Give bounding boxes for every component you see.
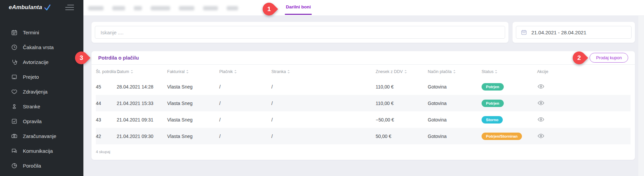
col-st-potrdila[interactable]: Št. potrdila: [96, 65, 117, 78]
col-znesek[interactable]: Znesek z DDV: [376, 65, 428, 78]
view-button[interactable]: [537, 100, 545, 106]
sidebar-item-label: Poročila: [23, 163, 41, 169]
redacted-tabs: [88, 6, 238, 10]
eye-icon: [538, 117, 544, 122]
sidebar-item-komunikacija[interactable]: Komunikacija: [0, 143, 83, 158]
sidebar-item-prejeto[interactable]: Prejeto: [0, 69, 83, 84]
sort-icon: [453, 70, 456, 74]
cell-id: 44: [96, 95, 117, 111]
cell-id: 43: [96, 111, 117, 128]
sidebar-item-avtorizacije[interactable]: Avtorizacije: [0, 55, 83, 69]
date-panel: 21.04.2021 - 28.04.2021: [513, 22, 635, 43]
table-row: 44 21.04.2021 15:33 Vlasta Sneg / / 110,…: [96, 95, 631, 111]
redacted-tab[interactable]: [227, 6, 238, 10]
col-nacin-placila[interactable]: Način plačila: [428, 65, 482, 78]
cell-znesek: 50,00 €: [376, 128, 428, 144]
cell-fakturiral: Vlasta Sneg: [167, 95, 219, 111]
sidebar-nav: Termini Čakalna vrsta Avtorizacije Preje…: [0, 25, 83, 173]
eye-icon: [538, 84, 544, 89]
redacted-tab[interactable]: [88, 6, 104, 10]
cell-stranka: /: [271, 128, 376, 144]
cell-datum: 21.04.2021 09:31: [117, 111, 167, 128]
view-button[interactable]: [537, 116, 545, 122]
cell-stranka: /: [271, 95, 376, 111]
annotation-pin-1: 1: [260, 0, 278, 18]
inbox-icon: [11, 74, 17, 80]
sidebar-item-stranke[interactable]: Stranke: [0, 99, 83, 114]
view-button[interactable]: [537, 133, 545, 139]
panel-title: Potrdila o plačilu: [98, 55, 139, 61]
status-badge: Storno: [482, 116, 503, 124]
cell-stranka: /: [271, 111, 376, 128]
main-area: Darilni boni 21.04.2021 - 28.04.2021 Pot…: [83, 0, 644, 176]
date-range-value: 21.04.2021 - 28.04.2021: [531, 30, 586, 35]
cell-id: 45: [96, 78, 117, 95]
payments-table: Št. potrdila Datum Fakturiral Plačnik St…: [96, 65, 631, 144]
cell-nacin: Gotovina: [428, 78, 482, 95]
table-row: 42 21.04.2021 09:30 Vlasta Sneg / / 50,0…: [96, 128, 631, 144]
cell-stranka: /: [271, 78, 376, 95]
sidebar: eAmbulanta Termini Čakalna vrsta Avtoriz…: [0, 0, 83, 176]
cell-datum: 21.04.2021 09:30: [117, 128, 167, 144]
col-datum[interactable]: Datum: [117, 65, 167, 78]
tab-darilni-boni[interactable]: Darilni boni: [286, 4, 311, 9]
sidebar-item-zaracunavanje[interactable]: Zaračunavanje: [0, 129, 83, 143]
sidebar-item-porocila[interactable]: Poročila: [0, 158, 83, 173]
panel-header: Potrdila o plačilu Prodaj kupon: [91, 51, 635, 65]
search-input[interactable]: [95, 26, 505, 39]
sidebar-item-label: Zdravljenja: [23, 89, 47, 95]
sort-icon: [287, 70, 290, 74]
person-icon: [11, 103, 17, 110]
sidebar-item-opravila[interactable]: Opravila: [0, 114, 83, 129]
cell-nacin: Gotovina: [428, 111, 482, 128]
sidebar-item-termini[interactable]: Termini: [0, 25, 83, 40]
date-range-picker[interactable]: 21.04.2021 - 28.04.2021: [516, 26, 632, 39]
status-badge: Potrjen: [482, 100, 504, 107]
redacted-tab[interactable]: [179, 6, 194, 10]
sort-icon: [404, 70, 407, 74]
cell-fakturiral: Vlasta Sneg: [167, 78, 219, 95]
col-status[interactable]: Status: [482, 65, 537, 78]
cell-znesek: 110,00 €: [376, 78, 428, 95]
col-fakturiral[interactable]: Fakturiral: [167, 65, 219, 78]
sort-icon: [186, 70, 189, 74]
chat-icon: [11, 148, 17, 154]
sidebar-item-zdravljenja[interactable]: Zdravljenja: [0, 84, 83, 99]
sort-icon: [495, 70, 497, 74]
cell-placnik: /: [219, 95, 271, 111]
tab-bar: Darilni boni: [83, 0, 644, 16]
sidebar-item-label: Stranke: [23, 104, 40, 109]
table-row: 43 21.04.2021 09:31 Vlasta Sneg / / −50,…: [96, 111, 631, 128]
cell-datum: 28.04.2021 14:28: [117, 78, 167, 95]
view-button[interactable]: [537, 83, 545, 90]
cell-datum: 21.04.2021 15:33: [117, 95, 167, 111]
active-tab-underline: [285, 14, 312, 15]
redacted-tab[interactable]: [134, 6, 142, 10]
cell-placnik: /: [219, 111, 271, 128]
scrollbar-track[interactable]: [638, 16, 644, 176]
clock-icon: [11, 44, 17, 50]
sell-coupon-button[interactable]: Prodaj kupon: [590, 53, 628, 63]
eye-icon: [538, 101, 544, 105]
cell-fakturiral: Vlasta Sneg: [167, 128, 219, 144]
calendar-icon: [521, 29, 527, 35]
sidebar-item-label: Zaračunavanje: [23, 133, 56, 139]
status-badge: Potrjen/Storniran: [482, 133, 522, 140]
app-logo-text: eAmbulanta: [9, 4, 42, 11]
sidebar-item-label: Čakalna vrsta: [23, 44, 54, 50]
annotation-pin-2: 2: [570, 49, 588, 67]
col-placnik[interactable]: Plačnik: [219, 65, 271, 78]
menu-icon[interactable]: [65, 5, 74, 12]
status-badge: Potrjen: [482, 83, 504, 91]
redacted-tab[interactable]: [151, 6, 170, 10]
cell-nacin: Gotovina: [428, 95, 482, 111]
redacted-tab[interactable]: [203, 6, 218, 10]
col-stranka[interactable]: Stranka: [271, 65, 376, 78]
table-summary: 4 skupaj: [91, 144, 635, 160]
stethoscope-icon: [11, 59, 17, 65]
search-panel: [91, 22, 508, 43]
pie-chart-icon: [11, 163, 17, 169]
sidebar-item-cakalna-vrsta[interactable]: Čakalna vrsta: [0, 40, 83, 55]
billing-icon: [11, 133, 17, 139]
redacted-tab[interactable]: [112, 6, 125, 10]
